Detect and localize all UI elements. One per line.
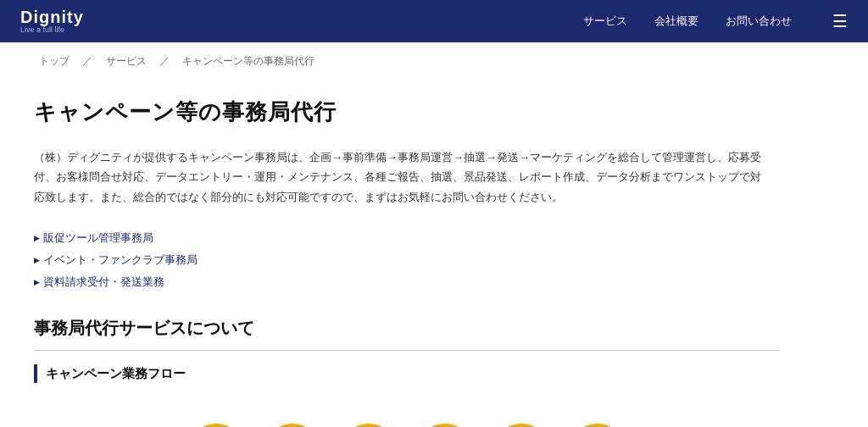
logo-area: Dignity Live a full life [20, 8, 84, 35]
sub-section-bar [34, 364, 37, 383]
flow-step-6: マーケティング [569, 424, 626, 427]
nav-services[interactable]: サービス [583, 14, 627, 29]
breadcrumb-sep2: ／ [159, 55, 172, 67]
flow-area: 企画 ▶ 事前準備 ▶ 事務局運営 ▶ 抽選 ▶ 発送 ▶ マーケティング 業務… [34, 407, 780, 427]
flow-step-2: 事前準備 [264, 424, 321, 427]
link-item-1[interactable]: 販促ツール管理事務局 [34, 230, 780, 246]
section-title: 事務局代行サービスについて [34, 317, 780, 351]
flow-step-5: 発送 [492, 424, 550, 427]
flow-step-3: 事務局運営 [340, 424, 398, 427]
sub-section: キャンペーン業務フロー [34, 364, 780, 383]
link-item-3[interactable]: 資料請求受付・発送業務 [34, 274, 780, 290]
logo-subtitle: Live a full life [20, 26, 84, 35]
main-content: キャンペーン等の事務局代行 （株）ディグニティが提供するキャンペーン事務局は、企… [0, 80, 814, 427]
link-item-2[interactable]: イベント・ファンクラブ事務局 [34, 252, 780, 268]
nav-about[interactable]: 会社概要 [654, 14, 698, 29]
flow-step-1: 企画 [187, 424, 245, 427]
hamburger-menu-icon[interactable]: ☰ [832, 11, 848, 31]
link-list: 販促ツール管理事務局 イベント・ファンクラブ事務局 資料請求受付・発送業務 [34, 230, 780, 290]
flow-circles: 企画 ▶ 事前準備 ▶ 事務局運営 ▶ 抽選 ▶ 発送 ▶ マーケティング [187, 424, 626, 427]
flow-step-4: 抽選 [416, 424, 474, 427]
description: （株）ディグニティが提供するキャンペーン事務局は、企画→事前準備→事務局運営→抽… [34, 147, 763, 207]
logo-title[interactable]: Dignity [20, 8, 84, 26]
breadcrumb: トップ ／ サービス ／ キャンペーン等の事務局代行 [0, 42, 868, 80]
breadcrumb-top[interactable]: トップ [39, 55, 70, 67]
link-1[interactable]: 販促ツール管理事務局 [34, 230, 780, 246]
breadcrumb-sep1: ／ [82, 55, 95, 67]
link-2[interactable]: イベント・ファンクラブ事務局 [34, 252, 780, 268]
breadcrumb-services[interactable]: サービス [106, 55, 147, 67]
nav-contact[interactable]: お問い合わせ [726, 14, 792, 29]
main-nav: サービス 会社概要 お問い合わせ ☰ [583, 11, 848, 31]
breadcrumb-current: キャンペーン等の事務局代行 [182, 55, 314, 67]
page-title: キャンペーン等の事務局代行 [34, 97, 780, 127]
link-3[interactable]: 資料請求受付・発送業務 [34, 274, 780, 290]
header: Dignity Live a full life サービス 会社概要 お問い合わ… [0, 0, 868, 42]
sub-section-title: キャンペーン業務フロー [46, 366, 186, 382]
